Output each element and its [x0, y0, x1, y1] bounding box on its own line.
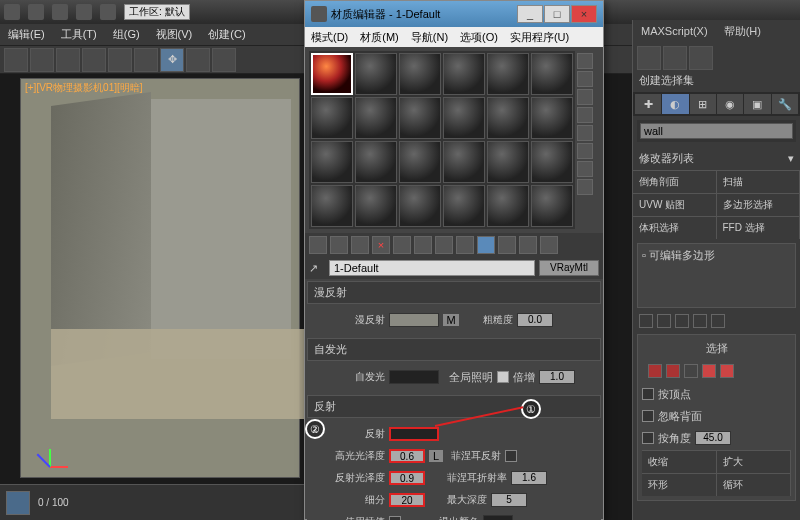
use-interp-checkbox[interactable] — [389, 516, 401, 520]
go-sibling-icon[interactable] — [540, 236, 558, 254]
select-by-mat-icon[interactable] — [577, 179, 593, 195]
tool-link[interactable] — [30, 48, 54, 72]
tool-rect[interactable] — [134, 48, 158, 72]
mult-spinner[interactable]: 1.0 — [539, 370, 575, 384]
tool-cursor[interactable] — [108, 48, 132, 72]
save-icon[interactable] — [52, 4, 68, 20]
ring-button[interactable]: 环形 — [642, 474, 717, 496]
subobj-border[interactable] — [684, 364, 698, 378]
modifier-button[interactable]: FFD 选择 — [717, 217, 801, 239]
modifier-button[interactable]: UVW 贴图 — [633, 194, 717, 216]
viewport[interactable]: [+][VR物理摄影机01][明暗] — [20, 78, 300, 478]
material-slot[interactable] — [311, 97, 353, 139]
material-slot[interactable] — [311, 141, 353, 183]
tab-modify[interactable]: ◐ — [662, 94, 688, 114]
rollout-header[interactable]: 反射 — [307, 395, 601, 418]
mat-menu-mode[interactable]: 模式(D) — [311, 30, 348, 45]
toolbar-icon[interactable] — [637, 46, 661, 70]
rollout-header[interactable]: 漫反射 — [307, 281, 601, 304]
assign-icon[interactable] — [351, 236, 369, 254]
material-slot[interactable] — [531, 185, 573, 227]
material-slot[interactable] — [531, 141, 573, 183]
uv-tile-icon[interactable] — [577, 107, 593, 123]
go-parent-icon[interactable] — [519, 236, 537, 254]
tool-unlink[interactable] — [56, 48, 80, 72]
sample-type-icon[interactable] — [577, 53, 593, 69]
material-slot[interactable] — [355, 53, 397, 95]
material-slot[interactable] — [399, 97, 441, 139]
make-unique-icon[interactable] — [414, 236, 432, 254]
dialog-titlebar[interactable]: 材质编辑器 - 1-Default _ □ × — [305, 1, 603, 27]
get-material-icon[interactable] — [309, 236, 327, 254]
roughness-spinner[interactable]: 0.0 — [517, 313, 553, 327]
menu-tools[interactable]: 工具(T) — [61, 27, 97, 42]
by-angle-checkbox[interactable] — [642, 432, 654, 444]
unique-icon[interactable] — [675, 314, 689, 328]
put-to-lib-icon[interactable] — [435, 236, 453, 254]
open-icon[interactable] — [28, 4, 44, 20]
diffuse-map-button[interactable]: M — [443, 314, 459, 326]
subobj-vertex[interactable] — [648, 364, 662, 378]
stack-item[interactable]: ▫ 可编辑多边形 — [642, 248, 791, 263]
tool-rotate[interactable] — [186, 48, 210, 72]
material-slot[interactable] — [355, 97, 397, 139]
material-slot[interactable] — [311, 185, 353, 227]
menu-help[interactable]: 帮助(H) — [724, 24, 761, 39]
ignore-back-checkbox[interactable] — [642, 410, 654, 422]
mat-menu-opt[interactable]: 选项(O) — [460, 30, 498, 45]
mat-id-icon[interactable] — [456, 236, 474, 254]
put-to-scene-icon[interactable] — [330, 236, 348, 254]
material-name-input[interactable] — [329, 260, 535, 276]
toolbar-icon[interactable] — [689, 46, 713, 70]
pin-stack-icon[interactable] — [639, 314, 653, 328]
tab-motion[interactable]: ◉ — [717, 94, 743, 114]
toolbar-icon[interactable] — [663, 46, 687, 70]
menu-edit[interactable]: 编辑(E) — [8, 27, 45, 42]
angle-spinner[interactable]: 45.0 — [695, 431, 731, 445]
material-slot[interactable] — [355, 185, 397, 227]
time-slider[interactable] — [6, 491, 30, 515]
config-icon[interactable] — [711, 314, 725, 328]
remove-icon[interactable] — [693, 314, 707, 328]
mat-menu-util[interactable]: 实用程序(U) — [510, 30, 569, 45]
maximize-button[interactable]: □ — [544, 5, 570, 23]
selfillum-swatch[interactable] — [389, 370, 439, 384]
menu-group[interactable]: 组(G) — [113, 27, 140, 42]
backlight-icon[interactable] — [577, 71, 593, 87]
material-slot[interactable] — [355, 141, 397, 183]
modifier-button[interactable]: 体积选择 — [633, 217, 717, 239]
menu-create[interactable]: 创建(C) — [208, 27, 245, 42]
maxdepth-spinner[interactable]: 5 — [491, 493, 527, 507]
material-slot[interactable] — [443, 53, 485, 95]
show-end-icon[interactable] — [657, 314, 671, 328]
tab-display[interactable]: ▣ — [744, 94, 770, 114]
mat-menu-material[interactable]: 材质(M) — [360, 30, 399, 45]
by-vertex-checkbox[interactable] — [642, 388, 654, 400]
redo-icon[interactable] — [100, 4, 116, 20]
material-slot[interactable] — [487, 185, 529, 227]
refl-swatch[interactable] — [389, 427, 439, 441]
material-slot[interactable] — [531, 97, 573, 139]
tool-scale[interactable] — [212, 48, 236, 72]
tab-create[interactable]: ✚ — [635, 94, 661, 114]
material-slot[interactable] — [399, 185, 441, 227]
subdiv-spinner[interactable]: 20 — [389, 493, 425, 507]
close-button[interactable]: × — [571, 5, 597, 23]
menu-view[interactable]: 视图(V) — [156, 27, 193, 42]
material-slot[interactable] — [487, 141, 529, 183]
subobj-element[interactable] — [720, 364, 734, 378]
tab-utilities[interactable]: 🔧 — [772, 94, 798, 114]
exit-color-swatch[interactable] — [483, 515, 513, 520]
pick-icon[interactable]: ↗ — [309, 262, 325, 275]
modifier-button[interactable]: 扫描 — [717, 171, 801, 193]
viewport-label[interactable]: [+][VR物理摄影机01][明暗] — [25, 81, 143, 95]
show-end-icon[interactable] — [498, 236, 516, 254]
modifier-list-dropdown[interactable]: 修改器列表▾ — [633, 146, 800, 170]
material-slot[interactable] — [487, 97, 529, 139]
menu-maxscript[interactable]: MAXScript(X) — [641, 25, 708, 37]
material-slot[interactable] — [311, 53, 353, 95]
modifier-button[interactable]: 多边形选择 — [717, 194, 801, 216]
tool-selfilter[interactable] — [82, 48, 106, 72]
loop-button[interactable]: 循环 — [717, 474, 792, 496]
tool-select[interactable] — [4, 48, 28, 72]
